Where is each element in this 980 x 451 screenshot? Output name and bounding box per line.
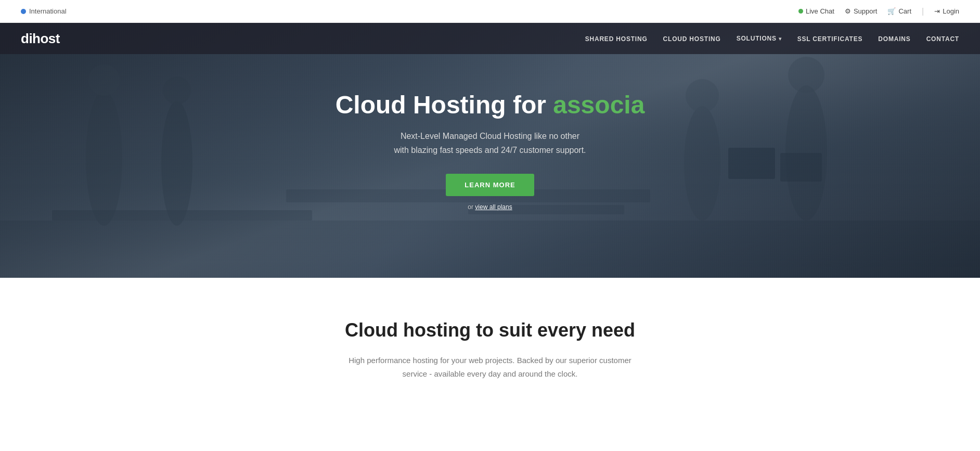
hero-subtitle: Next-Level Managed Cloud Hosting like no… bbox=[336, 129, 645, 157]
region-selector[interactable]: International bbox=[21, 7, 67, 15]
nav-divider: | bbox=[922, 7, 924, 16]
nav-item-ssl[interactable]: SSL CERTIFICATES bbox=[797, 34, 863, 43]
cart-link[interactable]: 🛒 Cart bbox=[887, 7, 911, 15]
hosting-features-section: Cloud hosting to suit every need High pe… bbox=[0, 278, 980, 411]
hero-title: Cloud Hosting for associa bbox=[336, 90, 645, 120]
nav-link-ssl[interactable]: SSL CERTIFICATES bbox=[797, 35, 863, 43]
live-chat-link[interactable]: Live Chat bbox=[798, 7, 834, 15]
nav-link-shared-hosting[interactable]: SHARED HOSTING bbox=[585, 35, 648, 43]
view-plans-prefix: or bbox=[468, 203, 475, 211]
top-bar: International Live Chat ⚙ Support 🛒 Cart… bbox=[0, 0, 980, 23]
nav-item-solutions[interactable]: SOLUTIONS ▾ bbox=[737, 35, 782, 42]
hero-section: dihost SHARED HOSTING CLOUD HOSTING SOLU… bbox=[0, 23, 980, 278]
nav-item-domains[interactable]: DOMAINS bbox=[878, 34, 910, 43]
hero-subtitle-line2: with blazing fast speeds and 24/7 custom… bbox=[394, 146, 586, 154]
section-heading: Cloud hosting to suit every need bbox=[21, 319, 959, 341]
login-label: Login bbox=[943, 7, 959, 15]
nav-link-contact[interactable]: CONTACT bbox=[926, 35, 959, 43]
nav-links: SHARED HOSTING CLOUD HOSTING SOLUTIONS ▾ bbox=[585, 34, 959, 43]
nav-item-contact[interactable]: CONTACT bbox=[926, 34, 959, 43]
support-link[interactable]: ⚙ Support bbox=[845, 7, 878, 15]
nav-link-solutions[interactable]: SOLUTIONS ▾ bbox=[737, 35, 782, 42]
live-chat-icon bbox=[798, 9, 803, 14]
top-bar-right: Live Chat ⚙ Support 🛒 Cart | ⇥ Login bbox=[798, 7, 959, 16]
hero-title-accent: associa bbox=[553, 91, 644, 119]
chevron-down-icon: ▾ bbox=[779, 36, 782, 42]
cart-label: Cart bbox=[898, 7, 911, 15]
live-chat-label: Live Chat bbox=[806, 7, 834, 15]
site-logo[interactable]: dihost bbox=[21, 31, 60, 47]
nav-item-cloud-hosting[interactable]: CLOUD HOSTING bbox=[663, 34, 721, 43]
hero-title-main: Cloud Hosting for bbox=[336, 91, 553, 119]
nav-inner: dihost SHARED HOSTING CLOUD HOSTING SOLU… bbox=[0, 23, 980, 54]
login-link[interactable]: ⇥ Login bbox=[934, 7, 959, 15]
hero-subtitle-line1: Next-Level Managed Cloud Hosting like no… bbox=[401, 132, 579, 140]
support-icon: ⚙ bbox=[845, 7, 851, 15]
login-icon: ⇥ bbox=[934, 7, 940, 15]
region-label: International bbox=[29, 7, 67, 15]
view-all-plans-link[interactable]: view all plans bbox=[475, 203, 512, 211]
nav-link-cloud-hosting[interactable]: CLOUD HOSTING bbox=[663, 35, 721, 43]
hero-content: Cloud Hosting for associa Next-Level Man… bbox=[325, 90, 655, 211]
nav-link-domains[interactable]: DOMAINS bbox=[878, 35, 910, 43]
hero-view-plans: or view all plans bbox=[336, 203, 645, 211]
section-description: High performance hosting for your web pr… bbox=[344, 354, 636, 380]
support-label: Support bbox=[854, 7, 878, 15]
globe-icon bbox=[21, 9, 26, 14]
main-navigation: dihost SHARED HOSTING CLOUD HOSTING SOLU… bbox=[0, 23, 980, 54]
nav-item-shared-hosting[interactable]: SHARED HOSTING bbox=[585, 34, 648, 43]
cart-icon: 🛒 bbox=[887, 7, 896, 15]
learn-more-button[interactable]: LEARN MORE bbox=[446, 174, 534, 196]
